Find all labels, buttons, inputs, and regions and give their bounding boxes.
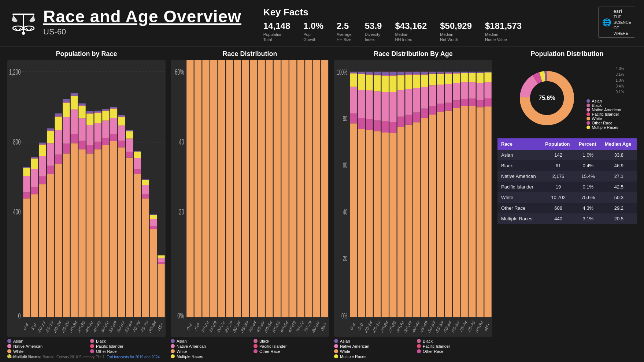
svg-rect-79: [95, 112, 101, 113]
svg-text:70-74: 70-74: [459, 319, 468, 334]
svg-rect-362: [429, 115, 436, 317]
svg-rect-89: [110, 141, 117, 317]
svg-rect-408: [477, 72, 484, 73]
svg-rect-76: [95, 142, 101, 149]
svg-rect-317: [382, 76, 389, 92]
svg-text:35-39: 35-39: [77, 319, 86, 334]
col-percent: Percent: [575, 138, 601, 150]
svg-text:65-69: 65-69: [451, 319, 460, 334]
cell-median-age: 46.9: [601, 160, 637, 171]
svg-rect-50: [63, 102, 70, 117]
svg-rect-371: [437, 85, 444, 104]
svg-text:80-84: 80-84: [475, 319, 484, 334]
svg-text:15-19: 15-19: [45, 319, 54, 334]
svg-rect-202: [250, 60, 257, 317]
svg-rect-58: [71, 96, 78, 96]
svg-text:100%: 100%: [337, 68, 347, 76]
svg-rect-86: [102, 110, 109, 111]
donut-legend-pacific: Pacific Islander: [586, 112, 624, 116]
svg-text:85+: 85+: [321, 321, 327, 332]
svg-rect-331: [397, 116, 404, 127]
svg-rect-342: [405, 74, 412, 75]
svg-rect-370: [437, 104, 444, 112]
svg-rect-34: [47, 165, 54, 173]
stat-hh-size: 2.5 AverageHH Size: [337, 21, 352, 42]
svg-text:45-49: 45-49: [93, 319, 101, 334]
svg-rect-41: [55, 154, 62, 164]
legend-native2: Native American: [171, 344, 246, 348]
globe-icon: 🌐: [602, 18, 611, 27]
svg-text:80-84: 80-84: [311, 319, 320, 334]
svg-rect-340: [405, 89, 412, 115]
pacific-label: Pacific Islander: [96, 344, 123, 348]
svg-rect-392: [461, 82, 468, 98]
svg-text:45-49: 45-49: [256, 319, 265, 334]
cell-percent: 0.1%: [575, 182, 601, 192]
svg-rect-113: [134, 152, 141, 158]
svg-rect-24: [31, 157, 38, 158]
svg-rect-347: [413, 112, 420, 122]
cell-percent: 0.4%: [575, 160, 601, 171]
svg-rect-316: [382, 92, 389, 122]
svg-text:40-44: 40-44: [411, 319, 420, 334]
footer-link[interactable]: Esri forecasts for 2019 and 2024.: [107, 355, 160, 359]
svg-point-4: [24, 26, 34, 30]
svg-rect-105: [126, 138, 133, 152]
svg-rect-93: [110, 108, 117, 108]
svg-rect-122: [150, 229, 157, 317]
svg-rect-94: [110, 107, 117, 108]
svg-point-3: [13, 26, 23, 30]
svg-text:0%: 0%: [177, 311, 184, 320]
svg-rect-15: [23, 176, 30, 192]
svg-text:25-29: 25-29: [388, 319, 397, 334]
svg-rect-311: [374, 72, 381, 74]
svg-rect-75: [95, 149, 101, 317]
table-row: Pacific Islander 19 0.1% 42.5: [497, 182, 637, 192]
svg-rect-30: [39, 144, 46, 145]
svg-rect-307: [374, 120, 381, 131]
svg-rect-286: [350, 113, 357, 123]
legend-multiple3: Multiple Races: [334, 354, 410, 359]
stat-median-hh: $43,162 MedianHH Index: [395, 21, 427, 42]
svg-rect-384: [453, 100, 460, 108]
svg-text:30-34: 30-34: [396, 319, 404, 334]
svg-text:55-59: 55-59: [435, 319, 444, 334]
svg-text:85+: 85+: [157, 321, 164, 332]
svg-rect-339: [405, 115, 412, 124]
svg-rect-401: [469, 72, 475, 73]
svg-rect-391: [461, 99, 468, 106]
svg-rect-379: [445, 74, 452, 84]
svg-rect-33: [47, 174, 54, 317]
svg-rect-294: [358, 90, 365, 118]
svg-rect-100: [118, 116, 125, 117]
cell-population: 142: [541, 150, 575, 160]
svg-rect-365: [429, 74, 436, 85]
svg-text:50-54: 50-54: [264, 319, 273, 334]
legend-asian: Asian: [7, 339, 83, 343]
svg-rect-155: [202, 60, 209, 317]
svg-rect-319: [382, 72, 389, 75]
svg-rect-21: [31, 169, 38, 187]
svg-rect-72: [86, 113, 93, 113]
svg-rect-395: [461, 71, 468, 72]
stat-value: 14,148: [263, 21, 290, 31]
svg-rect-253: [305, 60, 312, 317]
stat-label: MedianNet Worth: [440, 32, 458, 42]
svg-rect-83: [102, 138, 109, 145]
svg-rect-35: [47, 143, 54, 165]
svg-rect-114: [134, 151, 141, 152]
svg-rect-77: [95, 123, 101, 141]
legend-asian2: Asian: [171, 339, 246, 343]
race-dist-age-panel: Race Distribution By Age 100% 80 60 40 2…: [334, 50, 492, 359]
donut-legend-asian: Asian: [586, 99, 624, 103]
svg-rect-360: [421, 71, 428, 72]
svg-rect-293: [358, 118, 365, 129]
svg-rect-358: [421, 74, 428, 74]
svg-rect-394: [461, 73, 468, 73]
pop-dist-title: Population Distribution: [497, 50, 637, 58]
other-label: Other Race: [96, 349, 116, 354]
svg-rect-62: [78, 141, 85, 149]
donut-legend-black: Black: [586, 103, 624, 108]
svg-text:50-54: 50-54: [428, 319, 436, 334]
svg-rect-386: [453, 74, 460, 83]
